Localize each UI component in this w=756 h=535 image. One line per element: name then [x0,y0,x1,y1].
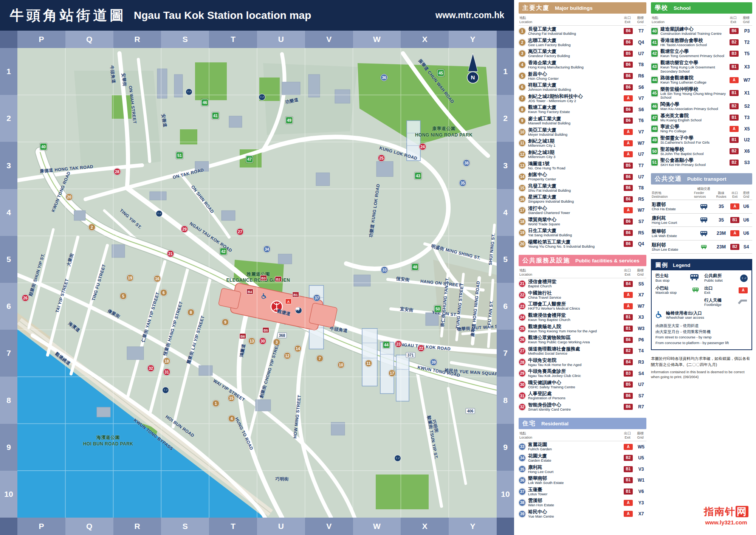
grid-label: 9 [497,424,514,471]
grid-ref: U7 [636,51,646,56]
list-column-headers: 地點Location 出口Exit 座標Grid [651,14,752,26]
grid-ref: R3 [636,360,646,365]
list-item: 11創紀之城1期Millennium City 1AW7 [519,138,646,149]
wheelchair-icon [655,311,663,320]
exit-badge: B5 [624,381,633,388]
item-number: 47 [651,114,658,121]
list-item: 2志聯工業大廈Gee Luen Factory BuildingB6Q4 [519,37,646,48]
grid-ref: S7 [636,219,646,224]
item-number: 51 [651,159,658,166]
section-title-en: Public facilities & services [575,258,640,264]
section-transport: 公共交通 Public transport 目的地Destination 輔助交… [651,173,752,254]
item-names: 雲漢邨Wan Hon Estate [528,498,621,507]
item-name-en: Gee Luen Factory Building [528,43,621,47]
item-name-zh: 循道衛理觀塘社會服務處 [528,346,621,352]
exit-badge: B3 [730,51,739,57]
grid-ref: P6 [636,337,646,343]
item-number: 7 [519,95,526,102]
road-label: 駿業街 TSUN YIP ST. [426,415,439,459]
map-marker-44: 44 [383,341,390,349]
grid-ref: S7 [636,393,646,399]
road-label: 物華街 MUT WAH ST. [457,323,497,332]
exit-badge: B2 [730,103,739,109]
grid-label: S [161,518,209,535]
exit-badge: B6 [624,219,633,225]
grid-ref: W3 [636,326,646,331]
road-label: TING FU STREET [91,264,107,301]
road-label: 偉業街 [107,308,121,320]
map-marker-15: 15 [228,395,235,402]
map-frame: PQRSTUVWXY PQRSTUVWXY 12345678910 123456… [0,31,514,535]
destination: 康利苑Hong Lee Court [652,216,694,225]
section-title-zh: 公共服務及設施 [522,257,570,265]
grid-label: R [113,31,161,48]
exit-badge: B6 [624,28,633,34]
grid-label: 1 [0,48,17,95]
map-marker-42: 42 [220,248,227,255]
item-name-zh: 觀塘公眾貨物裝卸區 [528,335,621,340]
grid-ref: U6 [741,204,751,209]
map-marker-5: 5 [120,293,127,300]
item-number: 10 [519,129,526,136]
grid-label: 9 [0,424,17,471]
section-school: 學校 School 地點Location 出口Exit 座標Grid 40建造業… [651,2,752,168]
grid-ref: X7 [636,511,646,516]
map-marker-47: 47 [246,156,253,163]
item-number: 20 [519,240,526,248]
mtr-website-link[interactable]: www.mtr.com.hk [435,10,504,20]
list-item: 39裕民中心Yue Man CentreAX7 [519,509,646,520]
transport-row: 樂華邨Lok Wah Estate23MAU6 [651,227,752,240]
item-number: 23 [519,302,526,310]
item-name-zh: 觀塘浸信會禮拜堂 [528,313,621,318]
section-major-buildings: 主要大廈 Major buildings 地點Location 出口Exit 座… [519,2,646,250]
item-names: 觀塘公眾貨物裝卸區Kwun Tong Public Cargo Working … [528,335,621,344]
item-name-en: Hong Kong Manufacturing Building [528,65,621,70]
grid-ref: X6 [742,149,752,154]
map-marker-50: 50 [434,305,442,313]
item-name-en: Ning Po College [660,129,727,133]
item-number: 39 [519,510,526,518]
grid-ref: W7 [636,304,646,309]
item-names: 觀塘工廠大廈Kwun Tong Factory Estate [528,105,621,114]
road-label: HANG ON STREET [420,279,461,287]
item-name-zh: 星洲工業大廈 [528,194,621,200]
grid-ref: X5 [742,126,752,132]
item-names: 美亞工業大廈Meyer Industrial Building [528,127,621,137]
item-number: 14 [519,173,526,180]
item-name-en: HKFTU Worker's Medical Clinics [528,307,621,311]
exit-badge: B6 [624,404,633,410]
item-name-zh: 兆發工業大廈 [528,183,621,189]
item-names: 萬亞工業大廈Grandeur Factory Building [528,49,621,58]
list-residential: 33富麗花園Fulrich GardenAW534花園大廈Garden Esta… [519,441,646,519]
item-number: 29 [519,370,526,377]
item-names: 兆發工業大廈Shiu Fat Industrial Building [528,183,621,193]
exit-badge: B6 [624,241,633,247]
road-label: 牛頭角道 [109,65,117,84]
item-names: 祥順工業大廈Johnson Industrial Building [528,82,621,92]
transport-row: 彩霞邨Choi Ha Estate35AU6 [651,200,752,214]
grid-ref: S2 [742,104,752,109]
map-marker-3: 3 [273,339,280,346]
item-name-zh: 牛頭角安老院 [528,358,621,363]
exit-badge: B6 [624,107,633,113]
exit-badge: B6 [624,118,633,124]
road-label: ON WAH STREET [128,85,137,124]
list-item: 24觀塘浸信會禮拜堂Kwun Tong Baptist ChurchB1X3 [519,312,646,323]
map-marker-39: 39 [430,359,437,366]
section-header-school: 學校 School [651,2,752,14]
section-residential: 住宅 Residential 地點Location 出口Exit 座標Grid … [519,418,646,519]
item-name-zh: 建造業訓練中心 [660,26,727,32]
item-names: 香港企業大廈Hong Kong Manufacturing Building [528,60,621,70]
item-names: 牛頭角安老院Ngau Tau Kok Home for the Aged [528,358,621,367]
road-label: TAI YIP STREET [55,278,70,313]
ly321-logo[interactable]: 指南针网 www.ly321.com [699,505,754,526]
transport-row: 順利邨Shun Lee Estate23MB2S4 [651,240,752,254]
item-name-en: HK Taoist Association School [660,43,727,47]
item-name-zh: 環貿商業中心 [528,217,621,222]
exit-badge: A [624,95,633,101]
logo-url[interactable]: www.ly321.com [699,519,754,526]
list-item: 10美亞工業大廈Meyer Industrial BuildingAV7 [519,126,646,138]
item-names: 聖公會基顯小學SKH Kei Hin Primary School [660,158,727,167]
item-names: 聖傑靈女子中學St.Catherine's School For Girls [660,135,727,145]
park-label: HONG NING ROAD PARK [415,132,472,138]
